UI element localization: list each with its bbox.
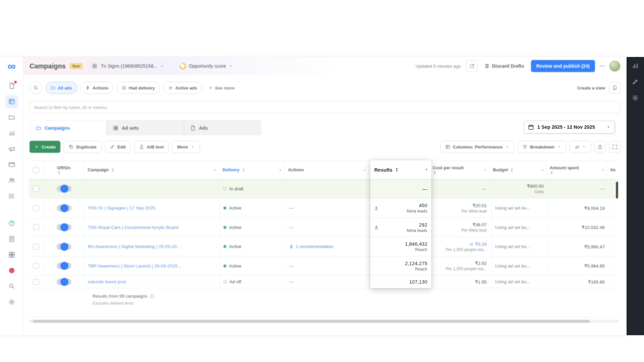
campaign-name-link[interactable]: BH Awareness | Digital Marketing | 25-03… <box>88 244 180 249</box>
duplicate-button[interactable]: Duplicate <box>64 141 102 153</box>
select-all-checkbox[interactable] <box>33 167 39 173</box>
discard-drafts-button[interactable]: Discard Drafts <box>482 63 527 69</box>
draft-status-icon <box>223 187 227 190</box>
campaign-name-link[interactable]: TNS Royal Cars | Coustomized Acrylic Boa… <box>88 225 178 230</box>
search-input[interactable] <box>30 101 621 113</box>
info-icon[interactable] <box>150 294 154 299</box>
create-a-view-button[interactable]: Create a view <box>577 85 605 90</box>
filter-pill-actions[interactable]: Actions <box>80 82 114 94</box>
sidebar-item-business[interactable] <box>5 232 18 246</box>
vertical-scrollbar-thumb[interactable] <box>616 182 618 198</box>
chevron-down-icon[interactable] <box>601 168 605 172</box>
export-button[interactable] <box>594 141 606 153</box>
download-icon[interactable] <box>374 205 379 211</box>
filter-pill-had-delivery[interactable]: Had delivery <box>117 82 160 94</box>
horizontal-scrollbar-thumb[interactable] <box>33 320 590 323</box>
bookmark-button[interactable] <box>609 82 621 94</box>
ab-test-button[interactable]: A/B test <box>134 141 169 153</box>
tab-ad-sets[interactable]: Ad sets <box>107 120 184 135</box>
more-button[interactable]: More <box>172 141 200 153</box>
recommendation-link[interactable]: 1 recommendation <box>289 244 333 249</box>
date-range-selector[interactable]: 1 Sep 2025 - 12 Nov 2025 <box>524 121 615 133</box>
filter-pill-all-ads[interactable]: All ads <box>46 82 77 94</box>
dimmed-app-content: ∞ Campaigns New <box>0 57 644 335</box>
campaign-toggle[interactable] <box>57 279 71 285</box>
header-delivery[interactable]: Delivery <box>219 161 284 179</box>
chevron-down-icon[interactable] <box>278 168 282 172</box>
row-checkbox[interactable] <box>33 224 39 230</box>
row-checkbox[interactable] <box>33 186 39 192</box>
filter-pill-active-ads[interactable]: Active ads <box>163 82 202 94</box>
refresh-button[interactable] <box>466 60 478 72</box>
sidebar-item-apps[interactable] <box>5 248 18 261</box>
row-checkbox[interactable] <box>33 279 39 285</box>
avatar[interactable] <box>609 60 621 72</box>
campaign-toggle[interactable] <box>57 185 71 192</box>
pencil-icon <box>110 144 115 149</box>
sidebar-item-reporting[interactable] <box>5 126 18 140</box>
table-row: BH Awareness | Digital Marketing | 25-03… <box>29 237 619 256</box>
campaign-toggle[interactable] <box>57 243 71 250</box>
sidebar-item-campaigns[interactable] <box>5 79 18 93</box>
sidebar-item-ads-manager[interactable] <box>5 95 18 108</box>
sidebar-item-billing[interactable] <box>5 158 18 171</box>
chevron-down-icon[interactable] <box>213 168 217 172</box>
budget-cell: Using ad set bu... <box>492 237 549 256</box>
opportunity-score[interactable]: Opportunity score <box>179 63 233 69</box>
columns-button[interactable]: Columns: Performance <box>440 141 515 153</box>
strip-chart-icon[interactable] <box>632 62 639 69</box>
sidebar-notifications[interactable] <box>5 264 18 277</box>
campaign-toggle[interactable] <box>57 262 71 269</box>
sidebar-search-icon[interactable] <box>5 280 18 293</box>
sidebar-item-lists[interactable] <box>5 189 18 203</box>
help-icon[interactable] <box>5 217 18 230</box>
header-actions[interactable]: Actions <box>284 161 369 179</box>
campaign-cell: BH Awareness | Digital Marketing | 25-03… <box>85 237 220 256</box>
cost-trend-link[interactable]: ₹3.24 <box>469 241 487 247</box>
bolt-icon <box>289 244 294 249</box>
see-more-button[interactable]: See more <box>208 85 235 90</box>
chevron-down-icon[interactable] <box>483 168 487 172</box>
review-and-publish-button[interactable]: Review and publish (24) <box>531 60 595 72</box>
chevron-down-icon[interactable] <box>425 168 429 172</box>
create-button[interactable]: Create <box>30 141 60 153</box>
row-checkbox[interactable] <box>33 263 39 269</box>
campaign-toggle[interactable] <box>57 224 71 231</box>
header-off-on[interactable]: Off/On <box>44 161 84 179</box>
spent-cell: ₹165.65 <box>549 276 610 288</box>
sidebar-item-assets[interactable] <box>5 111 18 124</box>
toggle-knob <box>60 204 68 212</box>
sidebar-settings-icon[interactable] <box>5 295 18 309</box>
header-amount-spent[interactable]: Amount spent <box>546 161 607 179</box>
edit-button[interactable]: Edit <box>105 141 131 153</box>
account-selector[interactable]: Tn Signs (198908525158... <box>91 63 164 69</box>
sidebar-item-promotions[interactable] <box>5 142 18 156</box>
download-icon[interactable] <box>374 225 379 230</box>
campaign-cell: TBP Awareness | Store Launch | 25-03-202… <box>85 256 220 275</box>
campaign-name-link[interactable]: TBP Awareness | Store Launch | 25-03-202… <box>88 263 182 268</box>
breakdown-button[interactable]: Breakdown <box>518 141 566 153</box>
row-checkbox[interactable] <box>33 244 39 250</box>
meta-logo-icon[interactable]: ∞ <box>7 60 15 72</box>
horizontal-scrollbar[interactable] <box>29 320 619 323</box>
chevron-down-icon[interactable] <box>363 168 367 172</box>
search-button[interactable] <box>30 81 42 94</box>
sort-icon[interactable] <box>394 167 399 172</box>
strip-pencil-icon[interactable] <box>632 78 639 85</box>
sidebar-item-audiences[interactable] <box>5 174 18 187</box>
chevron-down-icon[interactable] <box>540 168 544 172</box>
tab-campaigns[interactable]: Campaigns <box>30 120 107 135</box>
header-results[interactable]: Results <box>370 160 431 179</box>
tab-ads[interactable]: Ads <box>184 120 261 135</box>
campaign-toggle[interactable] <box>57 205 71 212</box>
expand-button[interactable] <box>609 141 621 153</box>
campaign-name-link[interactable]: TNS 01 | Signages | 17 Sep 2025 <box>88 205 155 210</box>
row-checkbox[interactable] <box>33 205 39 211</box>
more-menu-icon[interactable] <box>599 63 605 69</box>
header-budget[interactable]: Budget <box>489 161 546 179</box>
header-campaign[interactable]: Campaign <box>84 161 219 179</box>
reports-button[interactable] <box>570 141 591 153</box>
campaign-name-link[interactable]: naturals boost post <box>88 279 126 284</box>
header-cost-per-result[interactable]: Cost per result <box>429 161 489 179</box>
strip-gear-icon[interactable] <box>632 95 639 101</box>
